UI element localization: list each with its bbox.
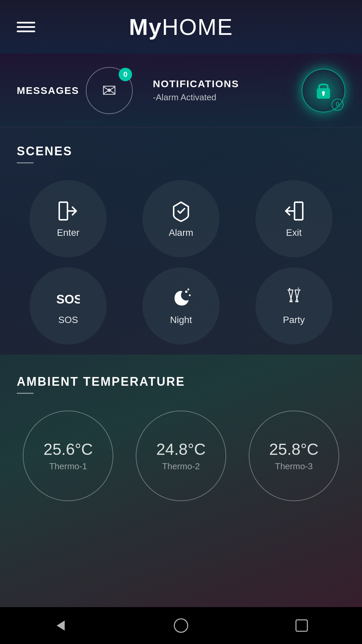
- bottom-nav: [0, 607, 362, 644]
- thermo-1: 25.6°C Thermo-1: [23, 411, 113, 501]
- scene-sos-label: SOS: [58, 315, 78, 325]
- nav-back-button[interactable]: [52, 617, 69, 634]
- thermo-1-name: Thermo-1: [49, 461, 87, 472]
- messages-block: MESSAGES ✉ 0: [17, 67, 133, 114]
- svg-point-7: [189, 294, 191, 296]
- enter-icon: [56, 199, 80, 223]
- temperature-title: AMBIENT TEMPERATURE: [17, 375, 345, 389]
- thermo-2: 24.8°C Thermo-2: [136, 411, 226, 501]
- recent-square-icon: [293, 617, 310, 634]
- scene-exit-label: Exit: [286, 227, 302, 238]
- scenes-underline: [17, 162, 34, 163]
- alarm-icon: [169, 199, 193, 223]
- scenes-section: SCENES Enter Alarm Exit: [0, 127, 362, 355]
- home-circle-icon: [173, 617, 189, 634]
- nav-recent-button[interactable]: [293, 617, 310, 634]
- thermo-grid: 25.6°C Thermo-1 24.8°C Thermo-2 25.8°C T…: [17, 411, 345, 501]
- svg-point-11: [289, 288, 290, 289]
- messages-badge: 0: [119, 68, 132, 81]
- svg-point-6: [185, 290, 187, 293]
- exit-icon: [282, 199, 306, 223]
- lock-badge: 0: [331, 99, 344, 111]
- logo-my: My: [129, 14, 162, 40]
- nav-home-button[interactable]: [173, 617, 189, 634]
- scenes-grid: Enter Alarm Exit SOS SOS: [17, 180, 345, 344]
- scene-exit-button[interactable]: Exit: [255, 180, 333, 257]
- svg-rect-4: [294, 202, 303, 220]
- header: MyHOME: [0, 0, 362, 54]
- notifications-detail: -Alarm Activated: [153, 92, 288, 103]
- menu-button[interactable]: [17, 22, 35, 32]
- party-icon: [282, 286, 306, 310]
- notifications-block: NOTIFICATIONS -Alarm Activated: [146, 78, 288, 103]
- temperature-underline: [17, 393, 34, 394]
- svg-point-8: [187, 288, 189, 290]
- scene-night-button[interactable]: Night: [142, 267, 220, 344]
- svg-marker-14: [57, 621, 65, 631]
- scenes-title: SCENES: [17, 144, 345, 158]
- svg-rect-16: [296, 620, 307, 631]
- temperature-section: AMBIENT TEMPERATURE 25.6°C Thermo-1 24.8…: [0, 355, 362, 528]
- svg-text:SOS: SOS: [56, 292, 80, 306]
- night-icon: [169, 286, 193, 310]
- notifications-section: MESSAGES ✉ 0 NOTIFICATIONS -Alarm Activa…: [0, 54, 362, 127]
- thermo-3-name: Thermo-3: [275, 461, 313, 472]
- lock-icon: [313, 80, 334, 101]
- app-logo: MyHOME: [129, 14, 233, 40]
- scene-enter-label: Enter: [57, 227, 79, 238]
- scene-night-label: Night: [170, 315, 192, 325]
- svg-point-13: [299, 289, 300, 291]
- scene-enter-button[interactable]: Enter: [29, 180, 107, 257]
- thermo-2-name: Thermo-2: [162, 461, 200, 472]
- svg-point-12: [298, 288, 299, 289]
- envelope-icon: ✉: [102, 80, 117, 101]
- thermo-3-value: 25.8°C: [269, 440, 318, 459]
- messages-label: MESSAGES: [17, 85, 79, 96]
- notifications-title: NOTIFICATIONS: [153, 78, 288, 90]
- scene-alarm-button[interactable]: Alarm: [142, 180, 220, 257]
- svg-rect-3: [59, 202, 68, 220]
- logo-home: HOME: [162, 14, 233, 40]
- messages-circle[interactable]: ✉ 0: [86, 67, 133, 114]
- scene-alarm-label: Alarm: [169, 227, 193, 238]
- svg-rect-2: [322, 93, 324, 96]
- svg-point-15: [174, 619, 188, 632]
- sos-icon: SOS: [56, 286, 80, 310]
- scene-party-button[interactable]: Party: [255, 267, 333, 344]
- thermo-1-value: 25.6°C: [44, 440, 93, 459]
- scene-party-label: Party: [283, 315, 305, 325]
- thermo-3: 25.8°C Thermo-3: [249, 411, 339, 501]
- lock-button[interactable]: 0: [302, 69, 345, 112]
- back-icon: [52, 617, 69, 634]
- thermo-2-value: 24.8°C: [156, 440, 205, 459]
- scene-sos-button[interactable]: SOS SOS: [29, 267, 107, 344]
